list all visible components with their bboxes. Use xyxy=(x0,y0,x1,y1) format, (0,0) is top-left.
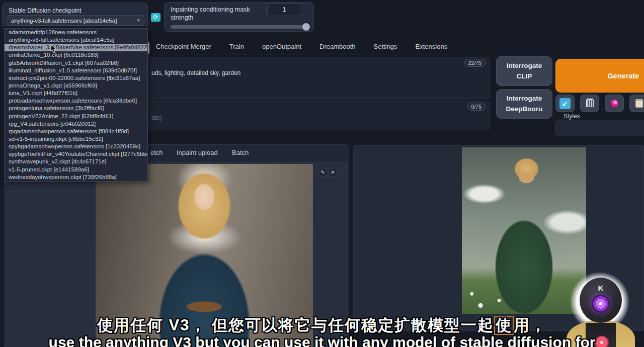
interrogate-deepbooru-button[interactable]: Interrogate DeepBooru xyxy=(496,89,552,119)
paste-generation-params-button[interactable]: ↙ xyxy=(555,95,575,112)
styles-label: Styles xyxy=(564,113,580,120)
checkpoint-option[interactable]: rpgadamsohwxperson.safetensors [f884c4ff… xyxy=(5,128,147,135)
generate-button[interactable]: Generate xyxy=(555,59,644,93)
tab-checkpoint-merger[interactable]: Checkpoint Merger xyxy=(155,41,212,52)
tab-openoutpaint[interactable]: openOutpaint xyxy=(261,41,302,52)
prompt-tool-buttons: ↙ xyxy=(555,95,644,112)
checkpoint-option[interactable]: luna_V1.ckpt [448d77f01b] xyxy=(5,90,147,97)
mask-strength-card: Inpainting conditioning mask strength 1 xyxy=(164,2,314,32)
remove-image-icon[interactable]: ✕ xyxy=(329,168,337,177)
edit-image-icon[interactable]: ✎ xyxy=(318,168,327,177)
checkpoint-option[interactable]: v1-5-pruned.ckpt [e1441589a6] xyxy=(5,166,147,173)
interrogate-clip-button[interactable]: Interrogate CLIP xyxy=(496,56,552,86)
subtitle-zh-end: 用， xyxy=(514,316,547,334)
tab-inpaint-sketch-partial[interactable]: etch xyxy=(150,149,163,156)
tab-extensions[interactable]: Extensions xyxy=(415,41,449,52)
checkpoint-option[interactable]: jennaOrtega_v1.ckpt [a55969cf69] xyxy=(5,82,147,90)
tab-batch[interactable]: Batch xyxy=(232,149,249,156)
styles-dropdown[interactable] xyxy=(555,120,644,136)
checkpoint-option[interactable]: synthwavepunk_v2.ckpt [dc4c67171e] xyxy=(5,158,147,165)
mask-strength-label: Inpainting conditioning mask strength xyxy=(171,6,260,22)
main-tab-bar: Checkpoint Merger Train openOutpaint Dre… xyxy=(155,41,448,52)
checkpoint-option[interactable]: protoadamsohwxperson.safetensors [6fca38… xyxy=(5,97,147,105)
checkpoint-option[interactable]: spybgsToolkitFor_v40YoutubeChannel.ckpt … xyxy=(5,150,147,158)
checkpoint-option[interactable]: anything-v3-full.safetensors [abcaf14e5a… xyxy=(5,36,147,44)
tab-settings[interactable]: Settings xyxy=(373,41,398,52)
refresh-checkpoints-icon[interactable]: ⟳ xyxy=(151,13,160,22)
negative-prompt-placeholder: ate) xyxy=(151,114,162,121)
palette-icon xyxy=(610,100,618,108)
subtitle-zh-highlighted-char: 使 xyxy=(494,316,514,335)
subtitle-chinese: 使用任何 V3， 但您可以将它与任何稳定扩散模型一起使用， xyxy=(0,315,644,336)
checkpoint-option[interactable]: protogenluna.safetensors [3b2fffacf6] xyxy=(5,105,147,112)
mask-strength-slider-handle[interactable] xyxy=(302,23,310,31)
negative-token-counter: 0/75 xyxy=(467,103,486,111)
trash-icon xyxy=(586,100,594,107)
checkpoint-option[interactable]: gta5ArtworkDiffusion_v1.ckpt [607aa02fb8… xyxy=(5,59,147,67)
mouse-cursor xyxy=(50,44,57,53)
checkpoint-option[interactable]: wednesdayohwxperson.ckpt [739f26b88a] xyxy=(5,173,147,181)
checkpoint-option[interactable]: adamsmedbfp128new.safetensors xyxy=(5,29,147,36)
tab-inpaint-upload[interactable]: Inpaint upload xyxy=(177,149,218,156)
tab-train[interactable]: Train xyxy=(228,41,245,52)
prompt-text: uds, lighting, detailed sky, garden xyxy=(151,69,240,76)
chevron-down-icon: ▾ xyxy=(137,17,140,24)
checkpoint-option[interactable]: spybgadamsohwxperson.safetensors [1c2320… xyxy=(5,143,147,150)
checkpoint-option[interactable]: instruct-pix2pix-00-22000.safetensors [f… xyxy=(5,74,147,82)
paste-arrow-icon: ↙ xyxy=(559,98,571,109)
apply-style-button[interactable] xyxy=(629,95,644,112)
checkpoint-option[interactable]: protogenV22Anime_22.ckpt [62bf9cfd61] xyxy=(5,113,147,120)
checkpoint-option-highlighted[interactable]: dreamshaper_331BakedVae.safetensors [9e9… xyxy=(5,44,147,51)
stable-diffusion-webui: Checkpoint Merger Train openOutpaint Dre… xyxy=(0,0,644,347)
checkpoint-option[interactable]: sd-v1-5-inpainting.ckpt [c6bbc15e32] xyxy=(5,135,147,143)
prompt-token-counter: 22/75 xyxy=(464,59,486,67)
checkpoint-option[interactable]: illuminati_diffusion_v1.0.safetensors [6… xyxy=(5,67,147,74)
checkpoint-selector-card: Stable Diffusion checkpoint anything-v3-… xyxy=(2,3,148,26)
clear-prompt-button[interactable] xyxy=(580,95,599,112)
checkpoint-option[interactable]: rpg_V4.safetensors [e04b020012] xyxy=(5,120,147,128)
clipboard-icon xyxy=(635,99,643,108)
mask-strength-slider[interactable] xyxy=(171,25,309,29)
avatar-letter: K xyxy=(580,284,622,292)
avatar-eye-icon xyxy=(592,295,610,313)
checkpoint-select[interactable]: anything-v3-full.safetensors [abcaf14e5a… xyxy=(7,15,144,26)
tab-dreambooth[interactable]: Dreambooth xyxy=(318,41,357,52)
checkpoint-option[interactable]: emiliaClarke_10.ckpt [6c0118e183] xyxy=(5,51,147,59)
subtitle-english: use the anything V3 but you can use it w… xyxy=(0,334,644,347)
subtitle-zh-start: 使用任何 V3， 但您可以将它与任何稳定扩散模型一起 xyxy=(97,316,494,334)
extra-networks-button[interactable] xyxy=(605,95,624,112)
checkpoint-dropdown-list: adamsmedbfp128new.safetensors anything-v… xyxy=(4,28,148,182)
checkpoint-label: Stable Diffusion checkpoint xyxy=(9,7,82,14)
checkpoint-selected-value: anything-v3-full.safetensors [abcaf14e5a… xyxy=(11,18,137,24)
mask-strength-value[interactable]: 1 xyxy=(267,4,301,16)
